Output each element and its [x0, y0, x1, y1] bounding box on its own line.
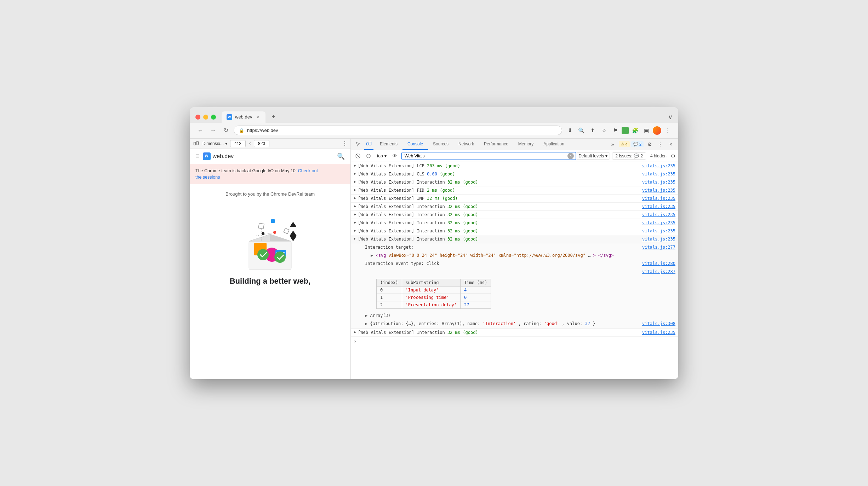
- nav-actions: ⬇ 🔍 ⬆ ☆ ⚑ 🧩 ▣ ⋮: [565, 126, 673, 135]
- expand-arrow[interactable]: ▶: [353, 196, 357, 200]
- address-bar[interactable]: 🔒 https://web.dev: [234, 126, 562, 135]
- refresh-button[interactable]: ↻: [221, 126, 231, 135]
- console-source-link[interactable]: vitals.js:235: [642, 195, 675, 202]
- expand-arrow-open[interactable]: ▶: [353, 237, 357, 241]
- console-source-link[interactable]: vitals.js:235: [642, 163, 675, 169]
- tab-memory[interactable]: Memory: [513, 139, 538, 150]
- close-button[interactable]: [195, 115, 200, 120]
- forward-button[interactable]: →: [208, 126, 218, 135]
- log-levels-selector[interactable]: Default levels ▾: [576, 152, 610, 160]
- back-button[interactable]: ←: [195, 126, 205, 135]
- console-source-link[interactable]: vitals.js:235: [642, 228, 675, 234]
- expand-arrow[interactable]: ▶: [353, 204, 357, 208]
- table-cell-time: 0: [461, 294, 491, 301]
- interaction-target-source[interactable]: vitals.js:277: [642, 244, 675, 251]
- warnings-badge[interactable]: ⚠ 4: [619, 141, 630, 147]
- expand-arrow[interactable]: ▶: [353, 330, 357, 334]
- table-cell-time: 4: [461, 287, 491, 294]
- console-message: [Web Vitals Extension] Interaction 32 ms…: [358, 329, 636, 336]
- event-type-row: Interaction event type: click vitals.js:…: [351, 260, 678, 268]
- clear-filter-button[interactable]: ×: [567, 153, 574, 159]
- tab-console[interactable]: Console: [402, 139, 428, 150]
- site-logo[interactable]: W web.dev: [203, 152, 337, 160]
- tab-elements[interactable]: Elements: [375, 139, 402, 150]
- minimize-button[interactable]: [203, 115, 208, 120]
- expand-arrow[interactable]: ▶: [353, 172, 357, 176]
- zoom-button[interactable]: 🔍: [576, 126, 586, 135]
- svg-rect-15: [271, 219, 275, 223]
- tab-close-button[interactable]: ×: [255, 114, 261, 120]
- green-extension-icon[interactable]: [622, 127, 629, 134]
- flag-button[interactable]: ⚑: [610, 126, 620, 135]
- download-button[interactable]: ⬇: [565, 126, 575, 135]
- console-source-link[interactable]: vitals.js:235: [642, 179, 675, 185]
- height-input[interactable]: [254, 140, 269, 147]
- console-message: [Web Vitals Extension] Interaction 32 ms…: [358, 220, 636, 226]
- console-source-link[interactable]: vitals.js:235: [642, 212, 675, 218]
- devtools-close-button[interactable]: ×: [666, 140, 675, 149]
- expand-arrow[interactable]: ▶: [353, 212, 357, 216]
- clear-console-button[interactable]: [354, 152, 362, 160]
- tab-performance[interactable]: Performance: [479, 139, 513, 150]
- expand-arrow[interactable]: ▶: [353, 180, 357, 184]
- new-tab-button[interactable]: +: [268, 112, 278, 122]
- sidebar-button[interactable]: ▣: [641, 126, 651, 135]
- console-source-link[interactable]: vitals.js:235: [642, 220, 675, 226]
- attribution-source[interactable]: vitals.js:308: [642, 320, 675, 327]
- tab-network[interactable]: Network: [453, 139, 479, 150]
- bookmark-button[interactable]: ☆: [599, 126, 609, 135]
- console-source-link[interactable]: vitals.js:235: [642, 236, 675, 242]
- issues-count-badge[interactable]: 2 Issues: 💬 2: [612, 152, 646, 160]
- hamburger-menu[interactable]: ≡: [195, 152, 199, 160]
- table-header-subpart: subPartString: [402, 279, 461, 287]
- array-expand[interactable]: ▶ Array(3): [365, 313, 390, 318]
- more-tabs-button[interactable]: »: [608, 140, 617, 149]
- browser-tab[interactable]: W web.dev ×: [222, 111, 265, 123]
- tab-sources[interactable]: Sources: [428, 139, 453, 150]
- context-selector[interactable]: top ▾: [375, 153, 389, 159]
- window-menu-button[interactable]: ∨: [668, 113, 673, 121]
- devtools-more-button[interactable]: ⋮: [656, 140, 665, 149]
- site-search-button[interactable]: 🔍: [337, 152, 345, 160]
- tab-application[interactable]: Application: [538, 139, 569, 150]
- pause-on-exceptions-button[interactable]: [364, 152, 373, 160]
- maximize-button[interactable]: [211, 115, 216, 120]
- share-button[interactable]: ⬆: [588, 126, 598, 135]
- svg-expand-arrow[interactable]: ▶: [371, 253, 373, 258]
- toggle-device-button[interactable]: [193, 140, 200, 147]
- console-filter-input[interactable]: [401, 152, 576, 160]
- console-source-link[interactable]: vitals.js:235: [642, 203, 675, 210]
- devtools-panel: Elements Console Sources Network Perform…: [351, 139, 678, 379]
- devtools-tabs-bar: Elements Console Sources Network Perform…: [351, 139, 678, 150]
- extensions-button[interactable]: 🧩: [630, 126, 640, 135]
- console-input[interactable]: [359, 339, 675, 343]
- table-cell-index: 2: [377, 301, 402, 309]
- event-type-source[interactable]: vitals.js:280: [642, 260, 675, 267]
- expand-arrow[interactable]: ▶: [353, 220, 357, 225]
- console-source-link[interactable]: vitals.js:235: [642, 329, 675, 336]
- table-cell-subpart: 'Input delay': [402, 287, 461, 294]
- expand-arrow[interactable]: ▶: [353, 188, 357, 192]
- console-settings-button[interactable]: ⚙: [671, 153, 675, 159]
- width-input[interactable]: [230, 140, 246, 147]
- expand-arrow[interactable]: ▶: [353, 228, 357, 233]
- expand-arrow[interactable]: ▶: [353, 163, 357, 168]
- device-toolbar-button[interactable]: [364, 139, 373, 150]
- device-selector[interactable]: Dimensio... ▾: [202, 141, 227, 146]
- extra-source[interactable]: vitals.js:287: [642, 268, 675, 275]
- table-row: 0 'Input delay' 4: [377, 287, 491, 294]
- devtools-settings-button[interactable]: ⚙: [645, 140, 654, 149]
- inspect-element-button[interactable]: [354, 139, 363, 150]
- eye-button[interactable]: 👁: [391, 152, 399, 160]
- issues-tab-badge[interactable]: 💬 2: [631, 141, 644, 147]
- chrome-menu-button[interactable]: ⋮: [663, 126, 673, 135]
- page-title: Building a better web,: [195, 273, 345, 289]
- table-cell-index: 0: [377, 287, 402, 294]
- issues-icon: 💬: [634, 154, 639, 158]
- console-source-link[interactable]: vitals.js:235: [642, 171, 675, 177]
- profile-avatar[interactable]: [653, 126, 661, 135]
- console-source-link[interactable]: vitals.js:235: [642, 187, 675, 193]
- console-input-row: ›: [351, 337, 678, 345]
- attribution-expand[interactable]: ▶: [365, 321, 370, 326]
- dimension-kebab-menu[interactable]: ⋮: [342, 140, 348, 147]
